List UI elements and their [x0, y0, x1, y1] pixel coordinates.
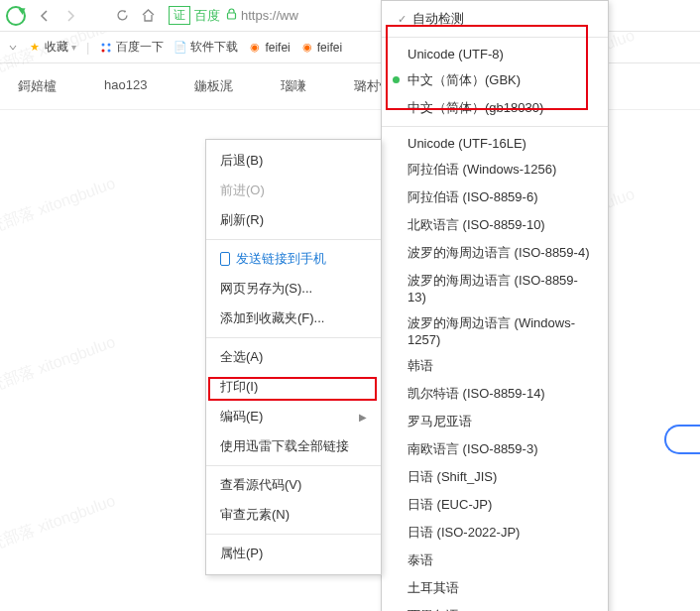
enc-celtic[interactable]: 凯尔特语 (ISO-8859-14) — [382, 380, 608, 408]
bookmark-expand[interactable] — [8, 43, 18, 53]
nav-item[interactable]: 鎶婄櫨 — [18, 77, 57, 95]
cm-thunder[interactable]: 使用迅雷下载全部链接 — [206, 431, 381, 461]
back-button[interactable] — [32, 3, 58, 29]
enc-baltic4[interactable]: 波罗的海周边语言 (ISO-8859-4) — [382, 239, 608, 267]
enc-north[interactable]: 北欧语言 (ISO-8859-10) — [382, 211, 608, 239]
menu-separator — [206, 337, 381, 338]
chevron-right-icon: ▶ — [359, 412, 367, 423]
enc-thai[interactable]: 泰语 — [382, 547, 608, 574]
svg-point-2 — [108, 43, 111, 46]
bookmark-label: 收藏 — [45, 39, 68, 56]
cert-badge: 证 — [169, 6, 190, 25]
home-button[interactable] — [135, 3, 161, 29]
cm-back[interactable]: 后退(B) — [206, 146, 381, 176]
feifei-icon: ◉ — [300, 41, 314, 55]
enc-turkish[interactable]: 土耳其语 — [382, 574, 608, 602]
cm-add-fav[interactable]: 添加到收藏夹(F)... — [206, 304, 381, 333]
enc-romanian[interactable]: 罗马尼亚语 — [382, 408, 608, 435]
menu-separator — [382, 37, 608, 38]
enc-jp-iso[interactable]: 日语 (ISO-2022-JP) — [382, 519, 608, 547]
feifei-icon: ◉ — [248, 41, 262, 55]
enc-ar8859[interactable]: 阿拉伯语 (ISO-8859-6) — [382, 183, 608, 211]
bookmark-feifei2[interactable]: ◉ feifei — [300, 41, 342, 55]
enc-baltic1257[interactable]: 波罗的海周边语言 (Windows-1257) — [382, 309, 608, 352]
svg-point-1 — [102, 43, 105, 46]
baidu-icon — [99, 41, 113, 55]
enc-cyrillic5[interactable]: 西里尔语 (ISO-8859-5) — [382, 602, 608, 611]
menu-separator — [206, 239, 381, 240]
cm-label: 编码(E) — [220, 408, 263, 426]
cm-inspect[interactable]: 审查元素(N) — [206, 500, 381, 530]
browser-logo-icon — [6, 6, 26, 26]
enc-gb18030[interactable]: 中文（简体）(gb18030) — [382, 94, 608, 122]
bookmark-label: 百度一下 — [116, 39, 164, 56]
svg-rect-0 — [228, 13, 236, 19]
bookmark-feifei1[interactable]: ◉ feifei — [248, 41, 290, 55]
forward-button[interactable] — [58, 3, 83, 29]
menu-separator — [206, 534, 381, 535]
bookmark-label: feifei — [317, 41, 342, 55]
bookmark-soft[interactable]: 📄 软件下载 — [174, 39, 238, 56]
nav-item[interactable]: hao123 — [104, 77, 147, 95]
cm-save-as[interactable]: 网页另存为(S)... — [206, 274, 381, 304]
bookmark-label: feifei — [265, 41, 290, 55]
svg-point-4 — [108, 49, 111, 52]
refresh-button[interactable] — [109, 3, 135, 29]
address-bar[interactable]: 证 百度 https://ww — [169, 6, 298, 25]
side-pill-button[interactable] — [664, 425, 700, 454]
cm-print[interactable]: 打印(I) — [206, 372, 381, 402]
enc-ar1256[interactable]: 阿拉伯语 (Windows-1256) — [382, 156, 608, 183]
enc-jp-euc[interactable]: 日语 (EUC-JP) — [382, 491, 608, 519]
enc-korean[interactable]: 韩语 — [382, 352, 608, 380]
menu-separator — [382, 126, 608, 127]
site-name: 百度 — [194, 7, 220, 25]
bookmark-fav[interactable]: ★ 收藏 ▾ — [28, 39, 76, 56]
cm-forward: 前进(O) — [206, 176, 381, 205]
context-menu: 后退(B) 前进(O) 刷新(R) 发送链接到手机 网页另存为(S)... 添加… — [205, 139, 382, 575]
menu-separator — [206, 465, 381, 466]
cm-select-all[interactable]: 全选(A) — [206, 342, 381, 372]
nav-item[interactable]: 瑙嗛 — [281, 77, 306, 95]
cm-label: 发送链接到手机 — [236, 250, 326, 268]
folder-icon: 📄 — [174, 41, 187, 55]
phone-icon — [220, 252, 230, 266]
cm-view-source[interactable]: 查看源代码(V) — [206, 470, 381, 500]
enc-baltic13[interactable]: 波罗的海周边语言 (ISO-8859-13) — [382, 267, 608, 309]
cm-encoding[interactable]: 编码(E) ▶ — [206, 402, 381, 431]
encoding-submenu: 自动检测 Unicode (UTF-8) 中文（简体）(GBK) 中文（简体）(… — [381, 0, 609, 611]
cm-properties[interactable]: 属性(P) — [206, 539, 381, 568]
cm-refresh[interactable]: 刷新(R) — [206, 205, 381, 235]
svg-point-3 — [102, 49, 105, 52]
enc-gbk[interactable]: 中文（简体）(GBK) — [382, 66, 608, 94]
lock-icon — [226, 8, 237, 23]
bookmark-baidu[interactable]: 百度一下 — [99, 39, 164, 56]
star-icon: ★ — [28, 41, 42, 55]
nav-item[interactable]: 鍦板浘 — [194, 77, 233, 95]
enc-utf16le[interactable]: Unicode (UTF-16LE) — [382, 131, 608, 156]
enc-southeu[interactable]: 南欧语言 (ISO-8859-3) — [382, 435, 608, 463]
enc-utf8[interactable]: Unicode (UTF-8) — [382, 42, 608, 66]
cm-send-phone[interactable]: 发送链接到手机 — [206, 244, 381, 274]
enc-jp-sjis[interactable]: 日语 (Shift_JIS) — [382, 463, 608, 491]
url-text: https://ww — [241, 8, 298, 23]
enc-auto[interactable]: 自动检测 — [382, 5, 608, 33]
bookmark-label: 软件下载 — [190, 39, 238, 56]
